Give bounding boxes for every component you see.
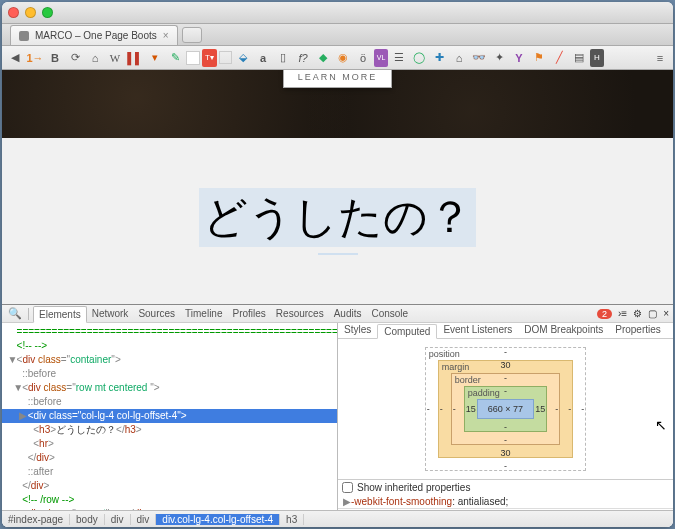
dom-line[interactable]: ▶<div class="col-lg-4 col-lg-offset-4"> [2, 409, 337, 423]
zoom-window-button[interactable] [42, 7, 53, 18]
close-devtools-button[interactable]: × [663, 308, 669, 319]
ext-blank-icon[interactable] [219, 51, 232, 64]
dom-tree[interactable]: ========================================… [2, 323, 338, 510]
box-model-content: 660 × 77 [477, 399, 534, 419]
amazon-icon[interactable]: a [254, 49, 272, 67]
devtools-tab-resources[interactable]: Resources [271, 306, 329, 321]
browser-toolbar: ◀ 1→ B ⟳ ⌂ W ▌▌ ▾ ✎ T▾ ⬙ a ▯ f? ◆ ◉ ö VL… [2, 46, 673, 70]
dom-line[interactable]: <!-- /row --> [2, 493, 337, 507]
back-button[interactable]: ◀ [6, 49, 24, 67]
devtools-tab-timeline[interactable]: Timeline [180, 306, 227, 321]
browser-tab[interactable]: MARCO – One Page Boots × [10, 25, 178, 45]
chat-icon[interactable]: ◆ [314, 49, 332, 67]
close-tab-button[interactable]: × [163, 30, 169, 41]
flag-icon[interactable]: ⚑ [530, 49, 548, 67]
dom-line[interactable]: <!-- --> [2, 339, 337, 353]
tab-title: MARCO – One Page Boots [35, 30, 157, 41]
browser-tab-strip: MARCO – One Page Boots × [2, 24, 673, 46]
fwd-step-icon[interactable]: 1→ [26, 49, 44, 67]
dom-line[interactable]: ▼<div class="row mt centered "> [2, 381, 337, 395]
learn-more-button[interactable]: LEARN MORE [283, 70, 393, 88]
mobile-icon[interactable]: ▯ [274, 49, 292, 67]
ext-orange-icon[interactable]: ◉ [334, 49, 352, 67]
styles-tab-event-listeners[interactable]: Event Listeners [437, 323, 518, 338]
window-titlebar [2, 2, 673, 24]
breadcrumb-item[interactable]: h3 [280, 514, 304, 525]
error-badge[interactable]: 2 [597, 309, 612, 319]
breadcrumb-item[interactable]: div.col-lg-4.col-lg-offset-4 [156, 514, 280, 525]
circle-green-icon[interactable]: ◯ [410, 49, 428, 67]
computed-property-row[interactable]: ▶-webkit-font-smoothing: antialiased; [338, 495, 673, 508]
new-tab-button[interactable] [182, 27, 202, 43]
dom-line[interactable]: </div> [2, 451, 337, 465]
tweetdeck-icon[interactable]: T▾ [202, 49, 217, 67]
settings-gear-icon[interactable]: ⚙ [633, 308, 642, 319]
yahoo-icon[interactable]: Y [510, 49, 528, 67]
film-icon[interactable]: ▤ [570, 49, 588, 67]
dom-line[interactable]: ::after [2, 465, 337, 479]
page-headline: どうしたの？ [199, 188, 476, 247]
hn-icon[interactable]: H [590, 49, 604, 67]
dom-line[interactable]: ::before [2, 395, 337, 409]
dom-line[interactable]: <h3>どうしたの？</h3> [2, 423, 337, 437]
dom-line[interactable]: </div> [2, 479, 337, 493]
behance-icon[interactable]: B [46, 49, 64, 67]
evernote-icon[interactable]: ✎ [166, 49, 184, 67]
dom-line[interactable]: <hr> [2, 437, 337, 451]
breadcrumb-item[interactable]: div [105, 514, 131, 525]
show-inherited-input[interactable] [342, 482, 353, 493]
show-inherited-checkbox[interactable]: Show inherited properties [338, 480, 673, 495]
w-icon[interactable]: W [106, 49, 124, 67]
dom-line[interactable]: ▼<div class="container"> [2, 353, 337, 367]
omni-icon[interactable]: ⌂ [86, 49, 104, 67]
breadcrumb-item[interactable]: #index-page [2, 514, 70, 525]
favicon [19, 31, 29, 41]
vl-icon[interactable]: VL [374, 49, 388, 67]
home-icon[interactable]: ⌂ [450, 49, 468, 67]
devtools-tab-network[interactable]: Network [87, 306, 134, 321]
hero-section: LEARN MORE [2, 70, 673, 138]
styles-tab-computed[interactable]: Computed [377, 324, 437, 339]
devtools-tab-profiles[interactable]: Profiles [227, 306, 270, 321]
devtools-panel: 🔍 ElementsNetworkSourcesTimelineProfiles… [2, 304, 673, 527]
dock-icon[interactable]: ▢ [648, 308, 657, 319]
minimize-window-button[interactable] [25, 7, 36, 18]
plus-icon[interactable]: ✚ [430, 49, 448, 67]
devtools-tab-elements[interactable]: Elements [33, 306, 87, 323]
fquery-icon[interactable]: f? [294, 49, 312, 67]
devtools-tab-audits[interactable]: Audits [329, 306, 367, 321]
menu-icon[interactable]: ☰ [390, 49, 408, 67]
chrome-menu-button[interactable]: ≡ [651, 49, 669, 67]
styles-tab-properties[interactable]: Properties [609, 323, 667, 338]
pocket-icon[interactable]: ▾ [146, 49, 164, 67]
page-viewport: LEARN MORE どうしたの？ [2, 70, 673, 304]
owl-icon[interactable]: ö [354, 49, 372, 67]
dom-line[interactable]: ::before [2, 367, 337, 381]
readability-icon[interactable]: ▌▌ [126, 49, 144, 67]
glasses-icon[interactable]: 👓 [470, 49, 488, 67]
close-window-button[interactable] [8, 7, 19, 18]
styles-tab-bar: StylesComputedEvent ListenersDOM Breakpo… [338, 323, 673, 339]
chart-icon[interactable]: ╱ [550, 49, 568, 67]
inspect-icon[interactable]: 🔍 [6, 305, 24, 323]
reload-button[interactable]: ⟳ [66, 49, 84, 67]
cursor-icon: ↖ [655, 417, 667, 433]
breadcrumb-item[interactable]: div [131, 514, 157, 525]
console-toggle-icon[interactable]: ›≡ [618, 308, 627, 319]
dom-line[interactable]: ========================================… [2, 325, 337, 339]
devtools-tab-console[interactable]: Console [366, 306, 413, 321]
breadcrumb-item[interactable]: body [70, 514, 105, 525]
wrench-icon[interactable]: ✦ [490, 49, 508, 67]
box-model-diagram: position - - - - margin 30 30 - - [425, 347, 586, 471]
devtools-tab-bar: 🔍 ElementsNetworkSourcesTimelineProfiles… [2, 305, 673, 323]
devtools-tab-sources[interactable]: Sources [133, 306, 180, 321]
breadcrumb[interactable]: #index-pagebodydivdivdiv.col-lg-4.col-lg… [2, 510, 673, 527]
headline-rule [318, 253, 358, 255]
styles-tab-dom-breakpoints[interactable]: DOM Breakpoints [518, 323, 609, 338]
styles-tab-styles[interactable]: Styles [338, 323, 377, 338]
dropbox-icon[interactable]: ⬙ [234, 49, 252, 67]
keep-icon[interactable] [186, 51, 200, 65]
